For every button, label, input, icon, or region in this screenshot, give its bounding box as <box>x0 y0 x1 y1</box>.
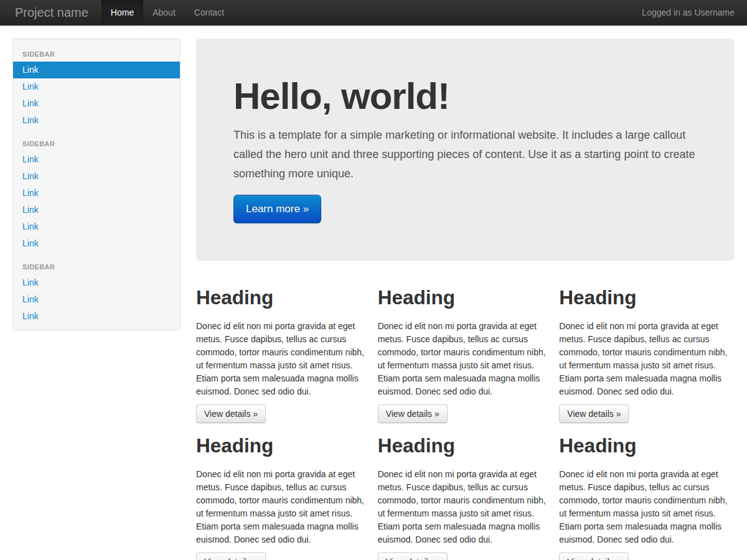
sidebar-section-header: SIDEBAR <box>13 44 180 62</box>
view-details-button[interactable]: View details » <box>559 553 629 560</box>
sidebar-link[interactable]: Link <box>13 62 180 78</box>
content-card: Heading Donec id elit non mi porta gravi… <box>559 275 735 423</box>
sidebar-item: Link <box>13 308 180 325</box>
card-heading: Heading <box>559 285 735 310</box>
sidebar-link[interactable]: Link <box>13 95 180 112</box>
sidebar-nav-list: SIDEBAR Link Link Link Link SIDEBAR Link <box>13 44 180 325</box>
sidebar-link[interactable]: Link <box>13 151 180 168</box>
nav-link-home[interactable]: Home <box>101 0 143 26</box>
nav-link-about[interactable]: About <box>143 0 185 26</box>
card-heading: Heading <box>196 433 372 458</box>
content-card: Heading Donec id elit non mi porta gravi… <box>378 275 553 423</box>
nav-item-contact: Contact <box>185 0 233 26</box>
card-heading: Heading <box>559 433 735 458</box>
card-body-text: Donec id elit non mi porta gravida at eg… <box>378 468 553 546</box>
hero-title: Hello, world! <box>233 76 697 117</box>
sidebar-item: Link <box>13 78 180 95</box>
hero-unit: Hello, world! This is a template for a s… <box>196 39 735 261</box>
card-heading: Heading <box>378 433 553 458</box>
sidebar-item: Link <box>13 95 180 112</box>
sidebar-item-active: Link <box>13 62 180 78</box>
sidebar-link[interactable]: Link <box>13 168 180 185</box>
hero-text: This is a template for a simple marketin… <box>233 126 697 184</box>
card-heading: Heading <box>378 285 553 310</box>
sidebar: SIDEBAR Link Link Link Link SIDEBAR Link <box>12 39 181 330</box>
view-details-button[interactable]: View details » <box>559 404 629 423</box>
card-body-text: Donec id elit non mi porta gravida at eg… <box>196 468 372 546</box>
sidebar-link[interactable]: Link <box>13 185 180 202</box>
card-heading: Heading <box>196 285 372 310</box>
learn-more-button[interactable]: Learn more » <box>233 195 321 223</box>
view-details-button[interactable]: View details » <box>378 404 448 423</box>
nav-link-contact[interactable]: Contact <box>185 0 233 26</box>
sidebar-link[interactable]: Link <box>13 202 180 218</box>
sidebar-section-header: SIDEBAR <box>13 257 180 274</box>
cards-row-1: Heading Donec id elit non mi porta gravi… <box>196 275 735 423</box>
main-content: Hello, world! This is a template for a s… <box>196 39 735 560</box>
content-card: Heading Donec id elit non mi porta gravi… <box>378 423 553 560</box>
sidebar-item: Link <box>13 151 180 168</box>
sidebar-item: Link <box>13 291 180 308</box>
content-card: Heading Donec id elit non mi porta gravi… <box>196 275 372 423</box>
sidebar-section-header: SIDEBAR <box>13 134 180 151</box>
card-body-text: Donec id elit non mi porta gravida at eg… <box>196 320 372 398</box>
sidebar-link[interactable]: Link <box>13 274 180 291</box>
sidebar-item: Link <box>13 112 180 129</box>
sidebar-item: Link <box>13 168 180 185</box>
cards-row-2: Heading Donec id elit non mi porta gravi… <box>196 423 735 560</box>
content-card: Heading Donec id elit non mi porta gravi… <box>559 423 735 560</box>
card-body-text: Donec id elit non mi porta gravida at eg… <box>378 320 553 398</box>
view-details-button[interactable]: View details » <box>196 404 266 423</box>
card-body-text: Donec id elit non mi porta gravida at eg… <box>559 468 735 546</box>
sidebar-link[interactable]: Link <box>13 235 180 252</box>
card-body-text: Donec id elit non mi porta gravida at eg… <box>559 320 735 398</box>
top-navbar: Project name Home About Contact Logged i… <box>0 0 747 26</box>
sidebar-link[interactable]: Link <box>13 218 180 235</box>
sidebar-link[interactable]: Link <box>13 112 180 129</box>
sidebar-item: Link <box>13 202 180 218</box>
sidebar-link[interactable]: Link <box>13 291 180 308</box>
brand-link[interactable]: Project name <box>0 0 101 26</box>
sidebar-item: Link <box>13 235 180 252</box>
sidebar-link[interactable]: Link <box>13 78 180 95</box>
top-nav-menu: Home About Contact <box>101 0 233 26</box>
sidebar-item: Link <box>13 218 180 235</box>
sidebar-link[interactable]: Link <box>13 308 180 325</box>
sidebar-well: SIDEBAR Link Link Link Link SIDEBAR Link <box>12 39 181 330</box>
logged-in-status: Logged in as Username <box>629 0 747 26</box>
sidebar-item: Link <box>13 274 180 291</box>
view-details-button[interactable]: View details » <box>196 553 266 560</box>
content-card: Heading Donec id elit non mi porta gravi… <box>196 423 372 560</box>
sidebar-item: Link <box>13 185 180 202</box>
nav-item-about: About <box>143 0 185 26</box>
view-details-button[interactable]: View details » <box>378 553 448 560</box>
nav-item-home: Home <box>101 0 143 26</box>
page-container: SIDEBAR Link Link Link Link SIDEBAR Link <box>0 26 747 560</box>
